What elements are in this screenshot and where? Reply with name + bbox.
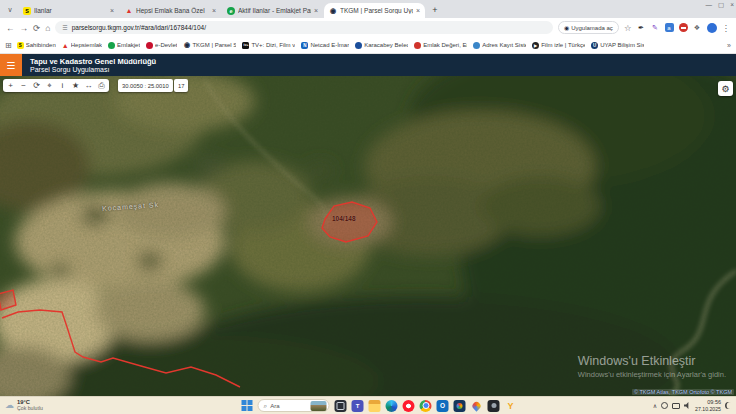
forward-icon[interactable]: → bbox=[20, 23, 29, 33]
refresh-button[interactable]: ⟳ bbox=[30, 79, 43, 92]
volume-icon[interactable] bbox=[684, 402, 691, 409]
measure-button[interactable]: ↔ bbox=[82, 79, 95, 92]
bookmark-uyap[interactable]: UUYAP Bilişim Sistemi |... bbox=[591, 42, 644, 49]
uyap-icon: U bbox=[591, 42, 598, 49]
bookmark-emlakjet[interactable]: Emlakjet bbox=[108, 42, 140, 49]
extension-translate-icon[interactable]: a bbox=[665, 23, 674, 32]
tray-globe-icon[interactable] bbox=[661, 402, 668, 409]
search-highlight-thumbnail[interactable] bbox=[311, 401, 327, 411]
tray-chevron-icon[interactable]: ∧ bbox=[653, 402, 657, 409]
bookmarks-overflow-icon[interactable]: » bbox=[727, 42, 731, 49]
map-pin-favicon-icon: ◉ bbox=[329, 7, 337, 15]
map-pin-icon: ◉ bbox=[183, 42, 190, 49]
emlakjet-icon bbox=[108, 42, 115, 49]
maps-pin-icon[interactable] bbox=[471, 400, 483, 412]
apps-grid-icon[interactable]: ⊞ bbox=[5, 41, 12, 50]
back-icon[interactable]: ← bbox=[6, 23, 15, 33]
extensions-puzzle-icon[interactable]: ❖ bbox=[693, 23, 702, 32]
search-placeholder: Ara bbox=[270, 403, 279, 409]
outlook-icon[interactable]: O bbox=[437, 400, 449, 412]
window-maximize-button[interactable]: ▢ bbox=[718, 1, 724, 9]
opera-browser-icon[interactable] bbox=[403, 400, 415, 412]
extension-pen-icon[interactable]: ✒ bbox=[637, 23, 646, 32]
window-minimize-button[interactable]: — bbox=[706, 1, 713, 9]
map-settings-gear-icon[interactable]: ⚙ bbox=[718, 81, 733, 96]
tab-hepsiemlak[interactable]: ▲ Hepsi Emlak Bana Özel × bbox=[120, 3, 221, 18]
edge-browser-icon[interactable] bbox=[386, 400, 398, 412]
taskbar-search-input[interactable]: ⌕ Ara bbox=[258, 399, 330, 412]
open-in-app-label: Uygulamada aç bbox=[571, 25, 613, 31]
clock-time: 09:56 bbox=[695, 399, 721, 406]
browser-menu-icon[interactable]: ⋮ bbox=[722, 23, 731, 33]
bookmarks-bar: ⊞ SSahibinden ▲Hepsiemlak Emlakjet e-Dev… bbox=[0, 37, 736, 54]
bookmark-tkgm[interactable]: ◉TKGM | Parsel Sorgu... bbox=[183, 42, 236, 49]
bookmark-hepsiemlak[interactable]: ▲Hepsiemlak bbox=[62, 42, 102, 49]
info-button[interactable]: i bbox=[56, 79, 69, 92]
app-subtitle: Parsel Sorgu Uygulaması bbox=[30, 66, 156, 75]
url-omnibox[interactable]: ☰ parselsorgu.tkgm.gov.tr/#ara/idari/167… bbox=[55, 21, 553, 34]
reload-icon[interactable]: ⟳ bbox=[33, 23, 40, 33]
print-button[interactable]: ⎙ bbox=[95, 79, 108, 92]
profile-avatar[interactable] bbox=[707, 23, 717, 33]
site-info-icon[interactable]: ☰ bbox=[62, 24, 67, 31]
close-tab-icon[interactable]: × bbox=[212, 7, 216, 14]
extension-highlighter-icon[interactable]: ✎ bbox=[651, 23, 660, 32]
close-tab-icon[interactable]: × bbox=[110, 7, 114, 14]
tab-ilanlar[interactable]: S İlanlar × bbox=[18, 3, 119, 18]
home-icon[interactable]: ⌂ bbox=[45, 23, 50, 33]
zoom-out-button[interactable]: − bbox=[17, 79, 30, 92]
edevlet-icon bbox=[146, 42, 153, 49]
aerial-imagery bbox=[0, 76, 736, 396]
bookmark-karacabey[interactable]: Karacabey Belediyesi... bbox=[355, 42, 408, 49]
chrome-browser-icon[interactable] bbox=[420, 400, 432, 412]
new-tab-button[interactable]: + bbox=[429, 4, 441, 16]
bookmark-adres-kayit[interactable]: Adres Kayıt Sistemi bbox=[473, 42, 526, 49]
bookmark-emlakdegeri[interactable]: Emlak Değeri, Emlak... bbox=[414, 42, 467, 49]
pin-icon: ◉ bbox=[564, 24, 569, 31]
clock[interactable]: 09:56 27.10.2025 bbox=[695, 399, 721, 412]
start-button[interactable] bbox=[242, 400, 253, 411]
task-view-icon[interactable] bbox=[335, 400, 347, 412]
locate-button[interactable]: ⌖ bbox=[43, 79, 56, 92]
zoom-level-readout: 17 bbox=[174, 79, 188, 92]
y-app-icon[interactable]: Y bbox=[505, 400, 517, 412]
tab-tkgm-active[interactable]: ◉ TKGM | Parsel Sorgu Uygulaması × bbox=[324, 3, 425, 18]
weather-widget[interactable]: ☁ 19°C Çok bulutlu bbox=[5, 399, 43, 412]
karacabey-icon bbox=[355, 42, 362, 49]
bookmark-tvplus[interactable]: tv+TV+: Dizi, Film ve Canl... bbox=[242, 42, 295, 49]
adblock-icon[interactable] bbox=[679, 23, 688, 32]
app-title: Tapu ve Kadastro Genel Müdürlüğü bbox=[30, 57, 156, 66]
camera-icon[interactable] bbox=[488, 400, 500, 412]
windows-activation-watermark: Windows'u Etkinleştir Windows'u etkinleş… bbox=[578, 354, 726, 379]
sahibinden-icon: S bbox=[17, 42, 24, 49]
tkgm-app-header: ☰ Tapu ve Kadastro Genel Müdürlüğü Parse… bbox=[0, 54, 736, 76]
favorites-button[interactable]: ★ bbox=[69, 79, 82, 92]
open-in-app-button[interactable]: ◉ Uygulamada aç bbox=[558, 21, 619, 34]
tab-label: Aktif İlanlar - Emlakjet Panel bbox=[238, 7, 311, 14]
window-close-button[interactable]: × bbox=[730, 1, 734, 9]
tab-search-button[interactable]: ∨ bbox=[4, 4, 16, 16]
teams-icon[interactable]: T bbox=[352, 400, 364, 412]
close-tab-icon[interactable]: × bbox=[416, 7, 420, 14]
bookmark-edevlet[interactable]: e-Devlet bbox=[146, 42, 177, 49]
tab-label: İlanlar bbox=[34, 7, 107, 14]
photos-icon[interactable] bbox=[454, 400, 466, 412]
satellite-map-canvas[interactable]: + − ⟳ ⌖ i ★ ↔ ⎙ 30.0050 : 25.0010 17 ⚙ K… bbox=[0, 76, 736, 396]
desktop-screen: ∨ S İlanlar × ▲ Hepsi Emlak Bana Özel × … bbox=[0, 0, 736, 414]
network-icon[interactable] bbox=[672, 403, 680, 409]
bookmark-star-icon[interactable]: ☆ bbox=[624, 23, 632, 33]
hepsiemlak-icon: ▲ bbox=[62, 42, 69, 49]
close-tab-icon[interactable]: × bbox=[314, 7, 318, 14]
bookmark-film-izle[interactable]: ▶Film izle | Türkçe Dubl... bbox=[532, 42, 585, 49]
bookmark-netcad[interactable]: NNetcad E-İmar bbox=[301, 42, 349, 49]
zoom-in-button[interactable]: + bbox=[4, 79, 17, 92]
file-explorer-icon[interactable] bbox=[369, 400, 381, 412]
notifications-icon[interactable] bbox=[725, 402, 732, 409]
tab-emlakjet[interactable]: e Aktif İlanlar - Emlakjet Panel × bbox=[222, 3, 323, 18]
map-attribution[interactable]: © TKGM Atlas, TKGM Ortofoto © TKGM bbox=[632, 389, 734, 395]
windows-taskbar: ☁ 19°C Çok bulutlu ⌕ Ara T O bbox=[0, 396, 736, 414]
search-icon: ⌕ bbox=[264, 402, 268, 410]
bookmark-sahibinden[interactable]: SSahibinden bbox=[17, 42, 56, 49]
hamburger-menu-button[interactable]: ☰ bbox=[0, 54, 22, 76]
coordinates-readout: 30.0050 : 25.0010 bbox=[118, 79, 173, 92]
